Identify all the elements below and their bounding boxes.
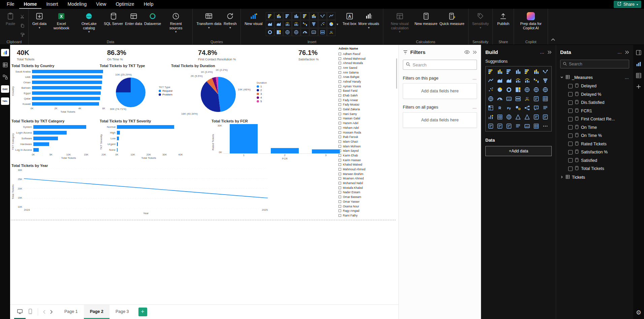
slicer-item-mostafa-khaled[interactable]: Mostafa Khaled [338,185,397,190]
cut-button[interactable] [19,13,26,20]
refresh-button[interactable]: Refresh▼ [222,11,238,29]
bar[interactable] [117,148,118,152]
filters-all-pages-drop-area[interactable]: Add data fields here [403,112,477,128]
funnel-chart-icon[interactable] [541,76,550,85]
add-data-button[interactable]: +Add data [485,146,552,156]
slicer-item-amr-salama[interactable]: Amr Salama [338,70,397,75]
new-visual-calculation-button[interactable]: fxNew visual calculation▼ [386,11,414,33]
slicer-item-anas-bahgat[interactable]: Anas Bahgat [338,75,397,79]
line-plot[interactable] [24,169,268,208]
donut-chart-icon[interactable] [505,85,513,94]
checkbox[interactable] [339,168,341,171]
settings-gear-icon[interactable]: ⚙ [636,309,641,316]
quick-measure-button[interactable]: Quick measure [439,11,465,26]
tmdl-view-icon[interactable]: TMDL [1,97,9,105]
100-stacked-column-chart-icon[interactable] [532,67,541,76]
filters-search[interactable] [403,60,477,70]
menu-tab-optimize[interactable]: Optimize [111,0,139,9]
total-tickets-by-tkt-category-chart[interactable]: Total Tickets by TKT CategoryTKT Categor… [11,119,104,164]
legend-item-5[interactable]: 5 [257,100,267,103]
checkbox[interactable] [339,108,341,111]
column[interactable] [271,148,299,153]
build-pane-toggle-icon[interactable] [636,61,642,67]
metrics-icon[interactable] [486,113,495,121]
line-stacked-column-chart-icon[interactable] [283,20,292,28]
checkbox[interactable] [339,57,341,60]
menu-tab-help[interactable]: Help [139,0,158,9]
kpi-icon[interactable]: 42 [523,94,532,103]
filled-map-icon[interactable] [292,28,300,36]
new-measure-button[interactable]: New measure [414,11,439,26]
slicer-item-moamen-ahmed[interactable]: Moamen Ahmed [338,176,397,181]
more-options-icon[interactable]: … [540,50,545,55]
legend-item-2[interactable]: 2 [257,89,267,92]
bar[interactable] [117,125,174,129]
field-checkbox[interactable] [568,109,573,113]
data-field-satisfaction[interactable]: Satisfaction % [556,148,633,156]
add-pane-icon[interactable] [636,84,641,89]
line-clustered-column-chart-icon[interactable] [292,20,300,28]
more-options-icon[interactable]: … [473,76,477,81]
power-automate-visual-icon[interactable] [523,113,532,121]
chevron-right-icon[interactable] [560,175,564,180]
stacked-bar-chart-icon[interactable] [266,12,274,20]
page-tab-page-1[interactable]: Page 1 [58,305,84,319]
slicer-item-hassan-galal[interactable]: Hassan Galal [338,116,397,121]
report-view-icon[interactable] [1,49,9,56]
slicer-item-adham-raouf[interactable]: Adham Raouf [338,52,397,56]
legend-item-4[interactable]: 4 [257,96,267,99]
sql-server-button[interactable]: SQL Server [103,11,124,26]
data-field-satisfied[interactable]: Satisfied [556,156,633,165]
model-view-icon[interactable] [1,73,9,81]
checkbox[interactable] [339,182,341,184]
pie-chart-icon[interactable] [327,20,335,28]
more-options-icon[interactable] [541,122,550,130]
legend-item-1[interactable]: 1 [257,85,267,88]
stacked-bar-chart-icon[interactable] [486,67,495,76]
bar[interactable] [117,137,119,140]
checkbox[interactable] [339,89,341,92]
scrollbar[interactable] [396,58,397,89]
checkbox[interactable] [339,103,341,106]
ribbon-collapse-button[interactable] [551,36,555,42]
field-checkbox[interactable] [568,117,573,121]
button-slicer-icon[interactable] [532,113,541,121]
slicer-item-hisham-adel[interactable]: Hisham Adel [338,125,397,130]
legend-item-problem[interactable]: Problem [159,93,172,96]
numeric-range-slicer-icon[interactable] [505,122,513,130]
excel-workbook-button[interactable]: XExcel workbook [47,11,75,30]
data-field-total-tickets[interactable]: Total Tickets [556,165,633,173]
slicer-item-karim-ehab[interactable]: Karim Ehab [338,153,397,158]
checkbox[interactable] [339,62,341,64]
checkbox[interactable] [339,196,341,198]
field-checkbox[interactable] [568,84,573,88]
field-checkbox[interactable] [568,92,573,96]
bar[interactable] [32,97,100,100]
dax-query-view-icon[interactable]: DAX [1,85,9,93]
publish-button[interactable]: Publish [495,11,511,26]
new-card-icon[interactable]: 123 [523,122,532,130]
card-icon[interactable]: 123 [310,28,318,36]
total-tickets-by-country-chart[interactable]: Total Tickets by CountryCountrySaudi Ara… [11,64,104,118]
checkbox[interactable] [339,113,341,115]
100-stacked-bar-chart-icon[interactable] [301,12,309,20]
line-stacked-column-chart-icon[interactable] [514,76,522,85]
column[interactable] [230,124,258,153]
area-chart-icon[interactable] [495,76,504,85]
slicer-item-ehab-saleh[interactable]: Ehab Saleh [338,93,397,98]
field-checkbox[interactable] [568,142,573,146]
bar[interactable] [117,142,118,146]
clustered-bar-chart-icon[interactable] [505,67,513,76]
multi-row-card-icon[interactable] [318,28,327,36]
report-canvas[interactable]: 40K Total Tickets 86.3% On Time % 74.8% … [10,45,398,304]
data-field-delayed[interactable]: Delayed [556,82,633,90]
slicer-item-basel-farid[interactable]: Basel Farid [338,89,397,93]
bar[interactable] [33,142,49,146]
slicer-item-islam-mohsen[interactable]: Islam Mohsen [338,144,397,149]
filled-map-icon[interactable] [532,85,541,94]
filters-page-drop-area[interactable]: Add data fields here [403,83,477,99]
next-page-button[interactable] [48,305,55,319]
table-icon[interactable] [541,94,550,103]
slicer-item-ihab-farouk[interactable]: Ihab Farouk [338,135,397,139]
data-field-on-time[interactable]: On Time [556,123,633,132]
